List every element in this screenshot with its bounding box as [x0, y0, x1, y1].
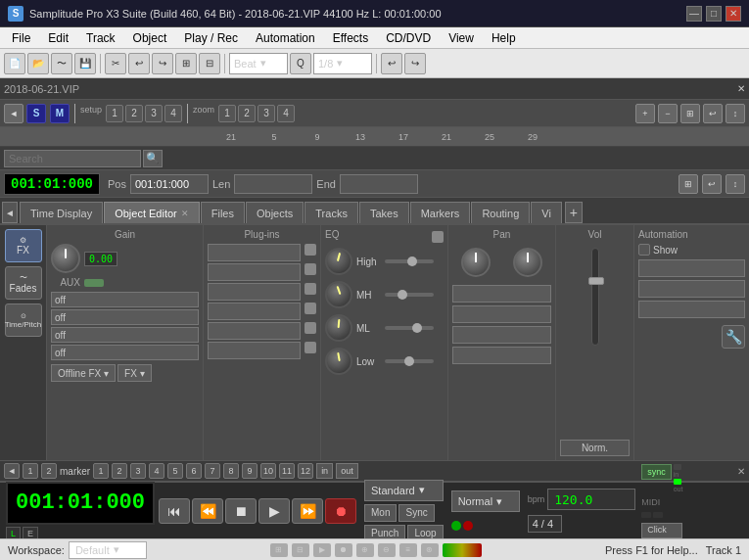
- status-icon-7[interactable]: ≡: [399, 543, 417, 557]
- setup-2[interactable]: 2: [125, 105, 143, 122]
- status-icon-2[interactable]: ⊟: [292, 543, 309, 557]
- plus-btn[interactable]: +: [635, 104, 655, 123]
- open-button[interactable]: 📂: [27, 53, 49, 74]
- marker-7[interactable]: 7: [205, 463, 220, 479]
- marker-4[interactable]: 4: [149, 463, 164, 479]
- status-icon-1[interactable]: ⊞: [270, 543, 288, 557]
- eq-thumb-mh[interactable]: [398, 290, 407, 300]
- plugin-slot-3[interactable]: [208, 283, 301, 301]
- menu-help[interactable]: Help: [484, 29, 524, 47]
- timepitch-tab-button[interactable]: ⊙ Time/Pitch: [5, 303, 42, 337]
- plugin-slot-1[interactable]: [208, 244, 301, 261]
- prev-btn[interactable]: ◄: [4, 104, 23, 123]
- transport-stop[interactable]: ⏹: [225, 498, 257, 524]
- scroll-left[interactable]: ↩: [703, 104, 723, 123]
- menu-play-rec[interactable]: Play / Rec: [176, 29, 246, 47]
- status-icon-4[interactable]: ⏺: [335, 543, 352, 557]
- auto-slot-3[interactable]: [638, 301, 745, 318]
- pan-slot-4[interactable]: [452, 347, 551, 364]
- pan-slot-3[interactable]: [452, 326, 551, 344]
- pan-knob-1[interactable]: [461, 248, 491, 277]
- status-icon-3[interactable]: ▶: [313, 543, 331, 557]
- marker-8[interactable]: 8: [223, 463, 239, 479]
- show-checkbox-box[interactable]: [638, 244, 650, 256]
- marker-6[interactable]: 6: [186, 463, 202, 479]
- in-button[interactable]: in: [316, 463, 333, 479]
- click-button[interactable]: Click: [641, 523, 682, 538]
- tab-time-display[interactable]: Time Display: [20, 202, 103, 223]
- plugin-slot-4[interactable]: [208, 303, 301, 320]
- expand2-btn[interactable]: ⊞: [679, 174, 698, 194]
- expand-btn[interactable]: ⊞: [680, 104, 700, 123]
- snap-button[interactable]: ⊞: [175, 53, 197, 74]
- eq-knob-mh[interactable]: [325, 281, 352, 308]
- aux-slot-3[interactable]: off: [51, 327, 199, 343]
- beat-dropdown[interactable]: Beat ▾: [229, 53, 288, 74]
- eq-knob-ml[interactable]: [325, 314, 352, 342]
- minus-btn[interactable]: −: [658, 104, 678, 123]
- eq-toggle[interactable]: [432, 231, 444, 243]
- out-button[interactable]: out: [336, 463, 358, 479]
- eq-thumb-ml[interactable]: [412, 323, 422, 333]
- fx-tab-button[interactable]: ⚙ FX: [5, 229, 42, 262]
- fraction-dropdown[interactable]: 1/8 ▾: [313, 53, 372, 74]
- menu-object[interactable]: Object: [125, 29, 175, 47]
- len-input[interactable]: [234, 174, 312, 194]
- new-button[interactable]: 📄: [4, 53, 25, 74]
- bpm-display[interactable]: 120.0: [547, 489, 635, 510]
- auto-slot-2[interactable]: [638, 280, 745, 298]
- track-num-1[interactable]: 1: [23, 463, 38, 479]
- zoom-4[interactable]: 4: [277, 105, 295, 122]
- search-button[interactable]: 🔍: [143, 150, 163, 167]
- transport-fast-forward[interactable]: ⏩: [292, 498, 323, 524]
- marker-12[interactable]: 12: [298, 463, 313, 479]
- setup-3[interactable]: 3: [145, 105, 163, 122]
- pan-knob-2[interactable]: [513, 248, 542, 277]
- eq-thumb-high[interactable]: [407, 257, 417, 266]
- menu-track[interactable]: Track: [78, 29, 123, 47]
- marker-prev-btn[interactable]: ◄: [4, 463, 20, 479]
- tab-takes[interactable]: Takes: [359, 202, 409, 223]
- standard-dropdown[interactable]: Standard ▾: [364, 480, 444, 501]
- show-checkbox[interactable]: Show: [638, 244, 678, 256]
- track-num-2[interactable]: 2: [41, 463, 57, 479]
- tab-vi[interactable]: Vi: [531, 202, 562, 223]
- sync2-btn[interactable]: ↕: [726, 174, 745, 194]
- menu-effects[interactable]: Effects: [325, 29, 376, 47]
- tab-object-editor-close[interactable]: ✕: [181, 209, 189, 218]
- tab-prev-btn[interactable]: ◄: [2, 202, 18, 223]
- transport-play[interactable]: ▶: [258, 498, 290, 524]
- s-button[interactable]: S: [26, 104, 46, 123]
- pan-slot-2[interactable]: [452, 305, 551, 323]
- close-vip-btn[interactable]: ✕: [737, 83, 745, 94]
- redo-button[interactable]: ↪: [152, 53, 173, 74]
- grid-button[interactable]: ⊟: [199, 53, 220, 74]
- aux-slot-4[interactable]: off: [51, 345, 199, 360]
- workspace-dropdown[interactable]: Default ▾: [69, 541, 147, 559]
- tab-objects[interactable]: Objects: [246, 202, 304, 223]
- status-icon-5[interactable]: ⊕: [356, 543, 374, 557]
- menu-view[interactable]: View: [441, 29, 482, 47]
- plugin-slot-5[interactable]: [208, 322, 301, 340]
- menu-file[interactable]: File: [4, 29, 38, 47]
- eq-thumb-low[interactable]: [404, 356, 414, 366]
- m-button[interactable]: M: [50, 104, 70, 123]
- eq-knob-low[interactable]: [325, 348, 352, 375]
- marker-row-close[interactable]: ✕: [737, 466, 745, 477]
- tab-tracks[interactable]: Tracks: [304, 202, 358, 223]
- save-button[interactable]: 💾: [74, 53, 96, 74]
- zoom-1[interactable]: 1: [218, 105, 236, 122]
- undo-button[interactable]: ↩: [128, 53, 150, 74]
- plugin-slot-6[interactable]: [208, 342, 301, 359]
- menu-cddvd[interactable]: CD/DVD: [378, 29, 439, 47]
- gain-knob[interactable]: [51, 244, 80, 273]
- transport-rewind[interactable]: ⏪: [192, 498, 223, 524]
- vol-fader-track[interactable]: [591, 248, 599, 346]
- mon-button[interactable]: Mon: [364, 504, 397, 522]
- redo2-button[interactable]: ↪: [404, 53, 426, 74]
- zoom-btn[interactable]: Q: [290, 53, 311, 74]
- auto-slot-1[interactable]: [638, 259, 745, 277]
- menu-edit[interactable]: Edit: [40, 29, 76, 47]
- fx-dropdown-button[interactable]: FX ▾: [117, 364, 152, 382]
- setup-1[interactable]: 1: [106, 105, 123, 122]
